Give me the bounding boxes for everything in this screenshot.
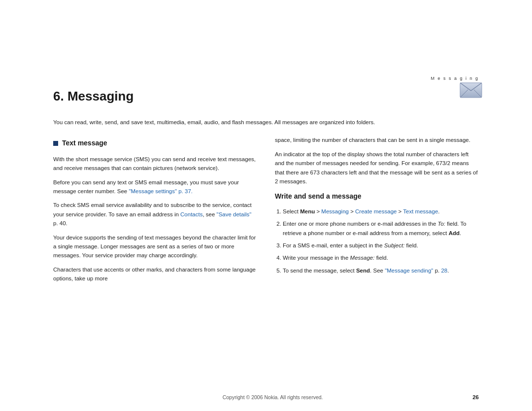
step2-add: Add	[449, 230, 460, 236]
step3-subject-field: Subject:	[384, 242, 405, 248]
footer-page-number: 26	[472, 394, 479, 400]
sms-para1: With the short message service (SMS) you…	[53, 155, 257, 173]
two-column-layout: Text message With the short message serv…	[53, 136, 479, 288]
step3-prefix: For a SMS e-mail, enter a subject in the	[283, 242, 384, 248]
step-1: Select Menu > Messaging > Create message…	[283, 207, 479, 216]
step4-message-field: Message:	[350, 255, 375, 261]
step1-mid1: >	[315, 208, 321, 214]
right-para2: An indicator at the top of the display s…	[275, 150, 479, 186]
blue-square-icon	[53, 141, 58, 146]
content-area: 6. Messaging You can read, write, send, …	[53, 84, 479, 381]
step4-suffix: field.	[374, 255, 388, 261]
step1-menu: Menu	[300, 208, 315, 214]
step1-create-link[interactable]: Create message	[355, 208, 397, 214]
text-message-heading: Text message	[53, 137, 257, 148]
sms-para3: To check SMS email service availability …	[53, 201, 257, 228]
step-5: To send the message, select Send. See "M…	[283, 266, 479, 275]
step5-suffix: .	[447, 268, 449, 274]
step3-suffix: field.	[404, 242, 418, 248]
step-2: Enter one or more phone numbers or e-mai…	[283, 219, 479, 238]
title-section: 6. Messaging	[53, 89, 479, 104]
step5-p: p.	[433, 268, 441, 274]
step1-mid2: >	[349, 208, 355, 214]
step-3: For a SMS e-mail, enter a subject in the…	[283, 241, 479, 250]
message-settings-link[interactable]: "Message settings" p. 37.	[129, 188, 193, 194]
footer-copyright: Copyright © 2006 Nokia. All rights reser…	[73, 394, 472, 400]
step1-text-link[interactable]: Text message	[403, 208, 438, 214]
write-send-heading: Write and send a message	[275, 191, 479, 202]
page: M e s s a g i n g 6. Me	[0, 0, 532, 411]
step5-prefix: To send the message, select	[283, 268, 356, 274]
step-4: Write your message in the Message: field…	[283, 253, 479, 262]
sms-para3-suffix: p. 40.	[53, 220, 67, 226]
chapter-title: 6. Messaging	[53, 89, 479, 104]
step1-mid3: >	[397, 208, 403, 214]
write-send-steps: Select Menu > Messaging > Create message…	[275, 207, 479, 275]
step5-send: Send	[356, 268, 370, 274]
step5-page-link[interactable]: 28	[441, 268, 447, 274]
sms-para5: Characters that use accents or other mar…	[53, 265, 257, 283]
step4-prefix: Write your message in the	[283, 255, 350, 261]
step1-suffix: .	[438, 208, 439, 214]
step2-to-field: To:	[438, 221, 446, 227]
section-heading-text: Text message	[62, 137, 107, 148]
contacts-link[interactable]: Contacts	[180, 211, 202, 217]
save-details-link[interactable]: "Save details"	[217, 211, 252, 217]
step2-suffix: .	[460, 230, 461, 236]
step1-prefix: Select	[283, 208, 300, 214]
step5-message-sending-link[interactable]: "Message sending"	[385, 268, 433, 274]
sms-para4: Your device supports the sending of text…	[53, 233, 257, 260]
step2-prefix: Enter one or more phone numbers or e-mai…	[283, 221, 438, 227]
right-column: space, limiting the number of characters…	[275, 136, 479, 288]
left-column: Text message With the short message serv…	[53, 136, 257, 288]
sms-para3-mid: , see	[202, 211, 216, 217]
step5-mid: . See	[370, 268, 385, 274]
right-para1: space, limiting the number of characters…	[275, 136, 479, 144]
intro-paragraph: You can read, write, send, and save text…	[53, 118, 479, 127]
sms-para2: Before you can send any text or SMS emai…	[53, 178, 257, 196]
footer: Copyright © 2006 Nokia. All rights reser…	[53, 394, 479, 400]
step1-messaging-link[interactable]: Messaging	[321, 208, 349, 214]
